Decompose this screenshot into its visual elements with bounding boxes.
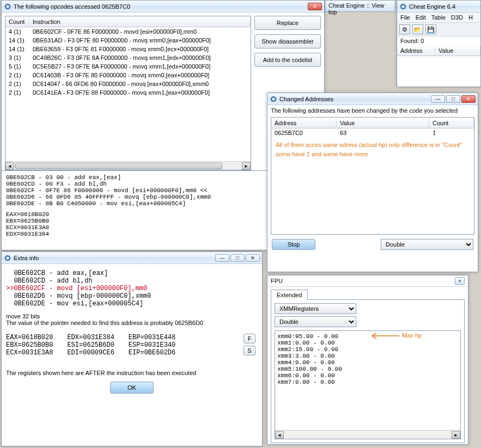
col-address[interactable]: Address [271, 119, 337, 127]
row-count: 2 (1) [5, 72, 29, 78]
ok-button[interactable]: OK [110, 382, 154, 394]
extra-note1: move 32 bits [6, 313, 258, 320]
col-count[interactable]: Count [5, 17, 29, 26]
scroll-left-icon[interactable]: ◄ [5, 162, 14, 170]
xmm-line: xmm4:0.00 - 0.00 [277, 359, 458, 366]
maxhp-annotation: Max hp [368, 332, 422, 340]
extra-note2: The value of the pointer needed to find … [6, 320, 258, 326]
xmm-line: xmm5:100.00 - 0.00 [277, 366, 458, 372]
fpu-close-icon[interactable]: × [455, 277, 465, 285]
opcodes-title: The following opcodes accessed 0625B7C0 [14, 3, 308, 10]
extra-footer: The registers shown here are AFTER the i… [6, 370, 258, 376]
scroll-thumb[interactable] [15, 163, 222, 169]
opcodes-titlebar[interactable]: The following opcodes accessed 0625B7C0 … [2, 1, 324, 13]
col-value[interactable]: Value [435, 46, 480, 55]
menu-file[interactable]: File [400, 14, 410, 21]
ce-toolbar: ⚙ 📂 💾 [397, 23, 480, 36]
menu-h[interactable]: H [468, 14, 473, 21]
reg: EIP=0BE602D6 [129, 349, 175, 357]
found-label: Found: 0 [397, 36, 480, 45]
extra-line: 0BE602CB - add eax,[eax] [6, 269, 258, 277]
cheat-engine-main-window: Cheat Engine 6.4 File Edit Table D3D H ⚙… [397, 0, 481, 87]
extra-info-window: Extra info — □ ✕ 0BE602CB - add eax,[eax… [1, 251, 263, 446]
extra-info-titlebar[interactable]: Extra info — □ ✕ [2, 252, 262, 264]
reg: EBX=0625B0B0 [6, 341, 53, 349]
close-icon[interactable]: ✕ [461, 95, 476, 103]
open-file-icon[interactable]: 📂 [412, 24, 423, 34]
ce-main-title: Cheat Engine 6.4 [409, 3, 478, 10]
scroll-right-icon[interactable]: ► [452, 431, 460, 439]
opcodes-list: Count Instruction 4 (1)0BE602CF - 0F7E 8… [5, 16, 251, 170]
extra-line: 0BE602CD - add bl,dh [6, 277, 258, 285]
svg-point-1 [401, 5, 404, 8]
fpu-window: FPU × Extended XMMRegisters Double xmm0:… [267, 275, 468, 445]
menu-edit[interactable]: Edit [416, 14, 426, 21]
s-button[interactable]: S [243, 346, 255, 355]
xmm-registers-select[interactable]: XMMRegisters [275, 303, 356, 314]
changed-addresses-window: Changed Addresses — □ ✕ The following ad… [267, 93, 478, 272]
add-to-codelist-button[interactable]: Add to the codelist [254, 53, 321, 67]
stop-button[interactable]: Stop [272, 239, 315, 250]
opcodes-rows[interactable]: 4 (1)0BE602CF - 0F7E 86 F0000000 - movd … [5, 27, 251, 161]
col-address[interactable]: Address [397, 46, 435, 55]
col-value[interactable]: Value [337, 119, 429, 127]
ce-icon [270, 95, 277, 103]
svg-point-7 [272, 97, 275, 100]
minimize-icon[interactable]: — [431, 95, 445, 103]
ce-icon [4, 3, 11, 10]
maximize-icon[interactable]: □ [230, 254, 245, 262]
col-count[interactable]: Count [429, 119, 474, 127]
minimize-icon[interactable]: — [215, 254, 229, 262]
row-instr: 0C6141EA - F3 0F7E 88 F0000000 - movq xm… [29, 89, 213, 96]
xmm-line: xmm7:0.00 - 0.00 [277, 379, 458, 385]
scroll-left-icon[interactable]: ◄ [275, 431, 284, 439]
xmm-line: xmm2:15.00 - 0.00 [277, 346, 458, 353]
ce-menubar: File Edit Table D3D H [397, 13, 480, 23]
type-select[interactable]: Double [381, 239, 473, 250]
row-instr: 0C614047 - 66 0FD6 80 F0000000 - movq [e… [29, 81, 212, 87]
close-icon[interactable]: ✕ [308, 3, 322, 10]
cell-val: 63 [337, 130, 429, 136]
maximize-icon[interactable]: □ [446, 95, 460, 103]
row-count: 14 (1) [5, 37, 29, 44]
open-process-icon[interactable]: ⚙ [399, 24, 410, 34]
fpu-title: FPU [271, 278, 283, 284]
background-tab: Cheat Engine :: View top [325, 0, 395, 12]
f-button[interactable]: F [243, 334, 255, 343]
row-count: 3 (1) [5, 54, 29, 61]
reg: EBP=0031E448 [129, 334, 175, 341]
cell-addr: 0625B7C0 [271, 130, 337, 136]
fpu-hscroll[interactable]: ◄ ► [275, 430, 460, 439]
col-instruction[interactable]: Instruction [29, 17, 251, 26]
reg: ESI=0625B6D0 [67, 341, 114, 349]
opcodes-header: Count Instruction [5, 16, 251, 27]
cell-count: 1 [429, 130, 474, 136]
changed-titlebar[interactable]: Changed Addresses — □ ✕ [267, 93, 478, 105]
replace-button[interactable]: Replace [254, 16, 321, 30]
fpu-tab-extended[interactable]: Extended [271, 290, 308, 300]
changed-note: All of them acces same adress (actual hp… [271, 137, 474, 162]
ce-icon [4, 254, 11, 262]
reg: EAX=0618B020 [6, 334, 53, 341]
reg: ECX=0031E3A8 [6, 349, 53, 357]
changed-desc: The following addresses have been change… [267, 105, 478, 116]
save-icon[interactable]: 💾 [425, 24, 436, 34]
menu-d3d[interactable]: D3D [451, 14, 463, 21]
fpu-type-select[interactable]: Double [275, 316, 356, 327]
reg: EDI=00009CE6 [67, 349, 114, 357]
extra-line-highlight: >>0BE602CF - movd [esi+000000F0],mm0 [6, 285, 258, 292]
opcodes-hscroll[interactable]: ◄ ► [5, 161, 251, 170]
scroll-right-icon[interactable]: ► [242, 162, 251, 170]
ce-icon [399, 3, 407, 10]
row-count: 5 (1) [5, 63, 29, 70]
close-icon[interactable]: ✕ [246, 254, 260, 262]
show-disassembler-button[interactable]: Show disassembler [254, 34, 321, 48]
row-instr: 0C61403B - F3 0F7E 80 F0000000 - movq xm… [29, 72, 212, 78]
ce-results-header: Address Value [397, 45, 480, 56]
menu-table[interactable]: Table [431, 14, 446, 21]
changed-row[interactable]: 0625B7C0 63 1 [271, 128, 474, 137]
svg-point-3 [6, 5, 9, 8]
xmm-line: xmm6:0.00 - 0.00 [277, 372, 458, 379]
row-instr: 0BE63659 - F3 0F7E 81 F0000000 - movq xm… [29, 46, 212, 52]
ce-main-titlebar[interactable]: Cheat Engine 6.4 [397, 1, 480, 13]
